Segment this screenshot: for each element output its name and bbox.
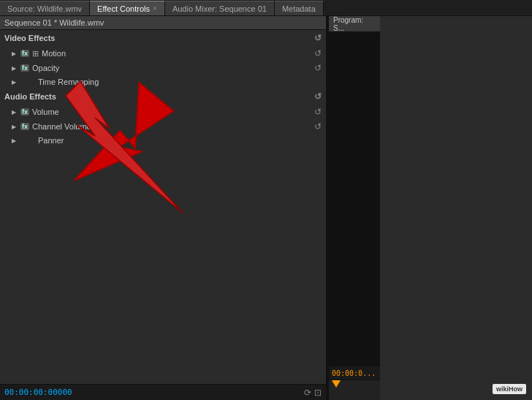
effect-item-motion[interactable]: ▶ fx ⊞ Motion ↺ bbox=[0, 46, 326, 61]
sequence-header: Sequence 01 * Wildlife.wmv bbox=[0, 16, 326, 30]
top-tab-bar: Source: Wildlife.wmv Effect Controls × A… bbox=[0, 0, 532, 16]
close-icon[interactable]: × bbox=[153, 4, 157, 12]
opacity-reset-icon[interactable]: ↺ bbox=[314, 63, 322, 73]
main-area: Sequence 01 * Wildlife.wmv Video Effects… bbox=[0, 16, 532, 400]
effect-name-motion: Motion bbox=[42, 49, 66, 58]
transport-icons: ⟳ ⊡ bbox=[304, 388, 322, 398]
program-timecode: 00:00:0... bbox=[329, 366, 380, 380]
expand-arrow-opacity: ▶ bbox=[12, 65, 16, 72]
effect-item-opacity[interactable]: ▶ fx Opacity ↺ bbox=[0, 61, 326, 75]
program-monitor-content bbox=[329, 32, 380, 366]
effect-icon-motion: ⊞ bbox=[32, 49, 39, 59]
expand-arrow-channel-volume: ▶ bbox=[12, 124, 16, 130]
tab-source[interactable]: Source: Wildlife.wmv bbox=[0, 1, 90, 15]
effect-name-opacity: Opacity bbox=[32, 64, 59, 72]
effect-controls-panel: Sequence 01 * Wildlife.wmv Video Effects… bbox=[0, 16, 327, 400]
playhead-marker bbox=[332, 380, 341, 388]
fx-badge-opacity: fx bbox=[20, 64, 29, 72]
volume-reset-icon[interactable]: ↺ bbox=[314, 107, 322, 117]
tab-metadata-label: Metadata bbox=[282, 4, 316, 13]
timecode-display: 00:00:00:00000 bbox=[4, 388, 72, 397]
effect-item-panner[interactable]: ▶ Panner bbox=[0, 134, 326, 147]
effect-name-panner: Panner bbox=[38, 136, 64, 145]
audio-effects-reset-icon[interactable]: ↺ bbox=[314, 91, 322, 102]
tab-metadata[interactable]: Metadata bbox=[275, 1, 324, 15]
motion-reset-icon[interactable]: ↺ bbox=[314, 48, 322, 59]
video-effects-label: Video Effects bbox=[4, 34, 56, 42]
video-effects-header: Video Effects ↺ bbox=[0, 30, 326, 46]
audio-effects-label: Audio Effects bbox=[4, 92, 56, 101]
effect-name-volume: Volume bbox=[32, 107, 59, 116]
loop-button[interactable]: ⟳ bbox=[304, 388, 311, 398]
effect-name-time-remapping: Time Remapping bbox=[38, 78, 99, 86]
expand-arrow-volume: ▶ bbox=[12, 109, 16, 116]
channel-volume-reset-icon[interactable]: ↺ bbox=[314, 121, 322, 132]
sequence-title: Sequence 01 * Wildlife.wmv bbox=[4, 18, 104, 27]
program-monitor-label: Program: S... bbox=[333, 16, 376, 32]
tab-source-label: Source: Wildlife.wmv bbox=[7, 4, 82, 13]
effect-controls-content: Video Effects ↺ ▶ fx ⊞ Motion ↺ ▶ fx Opa… bbox=[0, 30, 326, 384]
effect-item-channel-volume[interactable]: ▶ fx Channel Volume ↺ bbox=[0, 119, 326, 134]
video-effects-reset-icon[interactable]: ↺ bbox=[314, 33, 322, 43]
effect-name-channel-volume: Channel Volume bbox=[32, 122, 91, 131]
program-timeline-stripe bbox=[329, 380, 380, 400]
tab-effect-controls-label: Effect Controls bbox=[97, 4, 150, 13]
tab-effect-controls[interactable]: Effect Controls × bbox=[90, 1, 165, 15]
expand-arrow-time-remapping: ▶ bbox=[12, 79, 16, 86]
tab-audio-mixer-label: Audio Mixer: Sequence 01 bbox=[172, 4, 267, 13]
fx-badge-motion: fx bbox=[20, 50, 29, 57]
program-monitor-tab: Program: S... bbox=[329, 16, 380, 32]
timecode-bar: 00:00:00:00000 ⟳ ⊡ bbox=[0, 384, 326, 400]
wikihow-badge: wikiHow bbox=[493, 384, 526, 394]
audio-effects-header: Audio Effects ↺ bbox=[0, 88, 326, 105]
effect-item-volume[interactable]: ▶ fx Volume ↺ bbox=[0, 105, 326, 119]
fx-badge-channel-volume: fx bbox=[20, 123, 29, 130]
program-timecode-value: 00:00:0... bbox=[332, 369, 376, 377]
program-monitor-panel: Program: S... 00:00:0... bbox=[327, 16, 380, 400]
expand-arrow-motion: ▶ bbox=[12, 50, 16, 57]
effect-item-time-remapping[interactable]: ▶ Time Remapping bbox=[0, 75, 326, 88]
fit-button[interactable]: ⊡ bbox=[314, 388, 322, 398]
tab-audio-mixer[interactable]: Audio Mixer: Sequence 01 bbox=[165, 1, 275, 15]
fx-badge-volume: fx bbox=[20, 108, 29, 116]
expand-arrow-panner: ▶ bbox=[12, 137, 16, 144]
